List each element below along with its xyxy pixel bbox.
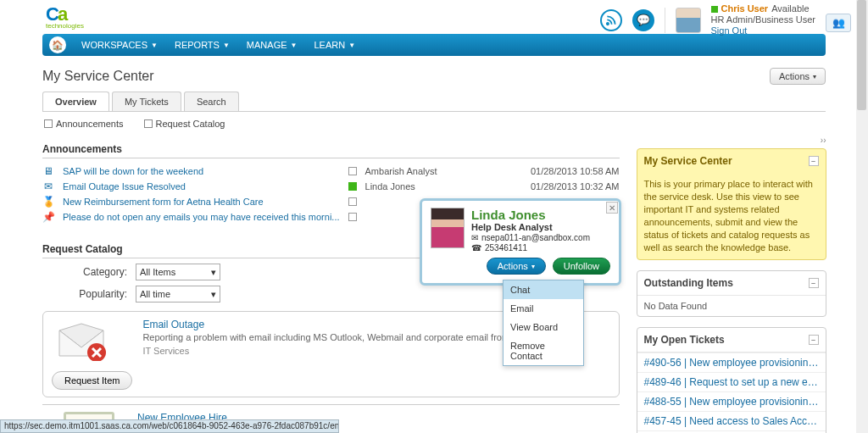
profile-phone: 253461411	[485, 243, 527, 253]
outstanding-panel: Outstanding Items– No Data Found	[637, 270, 826, 317]
home-icon[interactable]: 🏠	[49, 36, 66, 53]
main-nav: 🏠 WORKSPACES▼ REPORTS▼ MANAGE▼ LEARN▼	[42, 34, 826, 56]
tab-my-tickets[interactable]: My Tickets	[112, 92, 181, 111]
user-name: Chris User	[721, 3, 769, 14]
chevron-down-icon: ▾	[211, 267, 216, 278]
panel-title: Outstanding Items	[644, 277, 733, 289]
checkbox-icon	[44, 119, 53, 128]
caret-down-icon: ▼	[291, 42, 298, 49]
caret-down-icon: ▾	[531, 263, 535, 270]
status-square-icon	[348, 182, 357, 191]
status-square-icon	[348, 167, 357, 175]
collapse-icon[interactable]: –	[809, 156, 819, 166]
caret-down-icon: ▼	[348, 42, 355, 49]
profile-role: Help Desk Analyst	[471, 222, 590, 232]
nav-manage[interactable]: MANAGE▼	[238, 40, 306, 50]
user-role: HR Admin/Business User	[711, 14, 816, 25]
profile-popover: ✕ Linda Jones Help Desk Analyst ✉nsepa01…	[420, 198, 621, 286]
tabs: Overview My Tickets Search	[42, 92, 826, 112]
announcement-date: 01/28/2013 10:58 AM	[492, 166, 620, 176]
checkbox-icon	[144, 119, 153, 128]
menu-email[interactable]: Email	[504, 299, 583, 318]
announcement-text: New Reimbursement form for Aetna Health …	[63, 197, 340, 207]
help-panel: My Service Center– This is your primary …	[637, 148, 826, 260]
status-square-icon	[348, 213, 357, 221]
page-title: My Service Center	[42, 69, 154, 84]
tab-search[interactable]: Search	[184, 92, 239, 111]
brand-logo: Ca technologies	[46, 3, 97, 29]
signout-link[interactable]: Sign Out	[711, 25, 816, 36]
svg-point-0	[606, 22, 608, 24]
announcement-author: Linda Jones	[365, 181, 484, 192]
panel-body: This is your primary place to interact w…	[637, 173, 826, 259]
menu-remove-contact[interactable]: Remove Contact	[504, 336, 583, 365]
rss-icon[interactable]	[600, 9, 622, 31]
announcement-row[interactable]: ✉ Email Outage Issue Resolved Linda Jone…	[42, 179, 620, 194]
ticket-link[interactable]: #489-46 | Request to set up a new employ…	[637, 372, 826, 391]
browser-status-bar: https://sec.demo.itm1001.saas.ca.com/web…	[0, 419, 339, 433]
menu-view-board[interactable]: View Board	[504, 318, 583, 336]
mail-icon: ✉	[42, 180, 54, 192]
collapse-icon[interactable]: –	[809, 335, 819, 345]
ticket-link[interactable]: #488-55 | New employee provisioning requ…	[637, 391, 826, 411]
announcement-text: Please do not open any emails you may ha…	[63, 212, 340, 222]
scrollbar[interactable]	[856, 0, 868, 433]
popularity-label: Popularity:	[42, 288, 136, 300]
request-item-button[interactable]: Request Item	[52, 371, 132, 390]
profile-name: Linda Jones	[471, 208, 590, 222]
announcement-row[interactable]: 🖥 SAP will be down for the weekend Ambar…	[42, 164, 620, 179]
email-outage-icon	[52, 319, 111, 364]
announcement-date: 01/28/2013 10:32 AM	[492, 181, 620, 192]
status-dot-icon	[711, 6, 718, 13]
popularity-select[interactable]: All time▾	[136, 286, 220, 303]
chevron-down-icon: ▾	[211, 289, 216, 300]
panel-body: No Data Found	[637, 296, 826, 316]
nav-learn[interactable]: LEARN▼	[305, 40, 364, 50]
scroll-thumb[interactable]	[857, 0, 866, 110]
phone-icon: ☎	[471, 243, 481, 253]
caret-down-icon: ▾	[813, 73, 816, 80]
server-icon: 🖥	[42, 165, 54, 177]
unfollow-button[interactable]: Unfollow	[553, 258, 610, 275]
toggle-request-catalog[interactable]: Request Catalog	[144, 119, 225, 129]
tab-overview[interactable]: Overview	[42, 92, 109, 111]
collapse-icon[interactable]: –	[809, 278, 819, 288]
menu-chat[interactable]: Chat	[504, 280, 583, 299]
caret-down-icon: ▼	[151, 42, 158, 49]
ticket-link[interactable]: #490-56 | New employee provisioning requ…	[637, 353, 826, 372]
user-status: Available	[771, 3, 809, 14]
ticket-link[interactable]: #457-45 | Need access to Sales Accountin…	[637, 411, 826, 430]
caret-down-icon: ▼	[223, 42, 230, 49]
panel-title: My Open Tickets	[644, 334, 725, 346]
mail-icon: ✉	[471, 233, 478, 242]
user-block: Chris User Available HR Admin/Business U…	[711, 3, 816, 36]
tickets-panel: My Open Tickets– #490-56 | New employee …	[637, 327, 826, 433]
page-actions-button[interactable]: Actions▾	[770, 68, 826, 85]
announcement-text: SAP will be down for the weekend	[63, 166, 340, 176]
profile-avatar	[431, 208, 465, 248]
people-panel-toggle[interactable]: 👥	[826, 14, 851, 32]
badge-icon: 🏅	[42, 196, 54, 208]
announcement-author: Ambarish Analyst	[365, 166, 484, 176]
minimize-sidebar[interactable]: ››	[637, 136, 826, 145]
logo-sub: technologies	[46, 22, 97, 30]
avatar[interactable]	[676, 8, 701, 33]
announcements-header: Announcements	[42, 141, 620, 158]
toggle-announcements[interactable]: Announcements	[44, 119, 124, 129]
announcement-text: Email Outage Issue Resolved	[63, 181, 340, 192]
profile-actions-menu: Chat Email View Board Remove Contact	[503, 280, 584, 366]
nav-workspaces[interactable]: WORKSPACES▼	[73, 40, 166, 50]
profile-actions-button[interactable]: Actions▾	[487, 258, 546, 275]
profile-email: nsepa011-an@sandbox.com	[481, 233, 590, 242]
category-select[interactable]: All Items▾	[136, 264, 220, 280]
panel-title: My Service Center	[644, 155, 732, 167]
category-label: Category:	[42, 266, 136, 278]
close-icon[interactable]: ✕	[606, 202, 618, 214]
pin-icon: 📌	[42, 211, 54, 223]
chat-icon[interactable]: 💬	[632, 9, 654, 31]
nav-reports[interactable]: REPORTS▼	[166, 40, 238, 50]
status-square-icon	[348, 197, 357, 206]
